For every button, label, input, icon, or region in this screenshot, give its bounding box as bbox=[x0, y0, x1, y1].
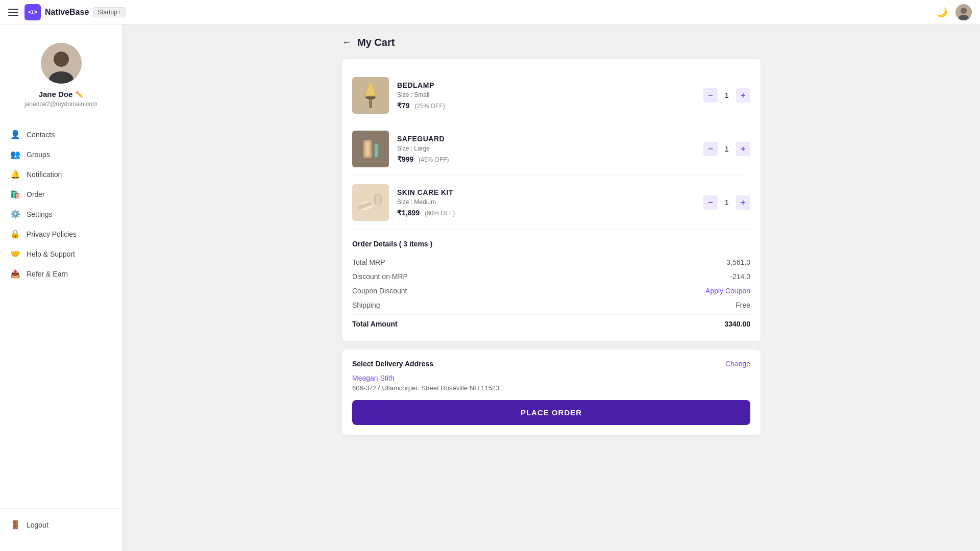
order-value-mrp: 3,561.0 bbox=[726, 258, 750, 266]
qty-increase-safeguard[interactable]: + bbox=[736, 142, 750, 156]
cart-item-bedlamp: BEDLAMP Size : Small ₹79 (25% OFF) − 1 + bbox=[352, 69, 750, 122]
logo-badge: Startup+ bbox=[93, 7, 126, 17]
order-label-shipping: Shipping bbox=[352, 301, 380, 309]
apply-coupon-button[interactable]: Apply Coupon bbox=[705, 287, 750, 295]
item-details-bedlamp: BEDLAMP Size : Small ₹79 (25% OFF) bbox=[389, 81, 703, 110]
sidebar-item-groups[interactable]: 👥 Groups bbox=[0, 144, 122, 164]
order-label-mrp: Total MRP bbox=[352, 258, 385, 266]
qty-control-bedlamp: − 1 + bbox=[703, 88, 750, 103]
change-address-button[interactable]: Change bbox=[725, 360, 750, 368]
edit-profile-icon[interactable]: ✏️ bbox=[76, 91, 83, 98]
sidebar-item-order[interactable]: 🛍️ Order bbox=[0, 184, 122, 204]
sidebar-item-settings[interactable]: ⚙️ Settings bbox=[0, 204, 122, 224]
item-discount-bedlamp: (25% OFF) bbox=[414, 103, 445, 110]
order-label-discount: Discount on MRP bbox=[352, 272, 408, 281]
item-size-skincare: Size : Medium bbox=[397, 198, 695, 206]
topbar-left: </> NativeBase Startup+ bbox=[8, 4, 126, 20]
topbar-right: 🌙 bbox=[936, 4, 972, 20]
profile-avatar bbox=[41, 43, 82, 84]
hamburger-menu[interactable] bbox=[8, 9, 18, 16]
content-area: ← My Cart BEDLAMP bbox=[322, 24, 781, 456]
item-name-skincare: SKIN CARE KIT bbox=[397, 188, 695, 196]
sidebar-nav: 👤 Contacts 👥 Groups 🔔 Notification 🛍️ Or… bbox=[0, 118, 122, 508]
sidebar-profile: Jane Doe ✏️ janedoe2@mydomain.com bbox=[0, 31, 122, 118]
sidebar-label-settings: Settings bbox=[27, 210, 53, 218]
qty-increase-skincare[interactable]: + bbox=[736, 195, 750, 210]
sidebar-item-notification[interactable]: 🔔 Notification bbox=[0, 164, 122, 184]
qty-decrease-bedlamp[interactable]: − bbox=[703, 88, 718, 103]
item-discount-safeguard: (45% OFF) bbox=[419, 156, 449, 163]
sidebar-item-privacy[interactable]: 🔒 Privacy Policies bbox=[0, 224, 122, 244]
profile-name: Jane Doe ✏️ bbox=[10, 90, 112, 98]
cart-item-safeguard: SAFEGUARD Size : Large ₹999 (45% OFF) − … bbox=[352, 122, 750, 176]
order-details-title: Order Details ( 3 items ) bbox=[352, 240, 750, 248]
order-row-discount: Discount on MRP -214.0 bbox=[352, 269, 750, 284]
sidebar-label-notification: Notification bbox=[27, 170, 62, 179]
sidebar-label-order: Order bbox=[27, 190, 45, 198]
item-details-skincare: SKIN CARE KIT Size : Medium ₹1,899 (60% … bbox=[389, 188, 703, 217]
refer-icon: 📤 bbox=[10, 269, 20, 279]
logout-icon: 🚪 bbox=[10, 520, 20, 530]
logo-text: NativeBase bbox=[45, 8, 89, 17]
sidebar-label-help: Help & Support bbox=[27, 250, 75, 258]
item-size-safeguard: Size : Large bbox=[397, 145, 695, 152]
sidebar-label-logout: Logout bbox=[27, 521, 48, 529]
sidebar-item-refer[interactable]: 📤 Refer & Earn bbox=[0, 264, 122, 284]
item-price-bedlamp: ₹79 (25% OFF) bbox=[397, 102, 695, 110]
qty-decrease-safeguard[interactable]: − bbox=[703, 142, 718, 156]
notification-icon: 🔔 bbox=[10, 169, 20, 179]
page-title: My Cart bbox=[357, 37, 395, 48]
qty-value-safeguard: 1 bbox=[722, 145, 732, 153]
qty-decrease-skincare[interactable]: − bbox=[703, 195, 718, 210]
order-value-shipping: Free bbox=[736, 301, 750, 309]
svg-rect-20 bbox=[376, 194, 380, 206]
svg-point-1 bbox=[961, 8, 967, 14]
order-row-shipping: Shipping Free bbox=[352, 298, 750, 312]
item-details-safeguard: SAFEGUARD Size : Large ₹999 (45% OFF) bbox=[389, 135, 703, 163]
sidebar-label-refer: Refer & Earn bbox=[27, 270, 68, 278]
back-button[interactable]: ← bbox=[342, 37, 351, 48]
dark-mode-icon[interactable]: 🌙 bbox=[936, 7, 947, 18]
logo: </> NativeBase Startup+ bbox=[24, 4, 126, 20]
item-image-bedlamp bbox=[352, 77, 389, 114]
order-icon: 🛍️ bbox=[10, 189, 20, 199]
topbar: </> NativeBase Startup+ 🌙 bbox=[0, 0, 980, 24]
profile-email: janedoe2@mydomain.com bbox=[10, 101, 112, 108]
order-row-mrp: Total MRP 3,561.0 bbox=[352, 255, 750, 269]
order-row-total: Total Amount 3340.00 bbox=[352, 314, 750, 331]
svg-rect-13 bbox=[365, 142, 370, 156]
sidebar-item-help[interactable]: 🤝 Help & Support bbox=[0, 244, 122, 264]
sidebar-item-contacts[interactable]: 👤 Contacts bbox=[0, 124, 122, 144]
logo-icon: </> bbox=[24, 4, 41, 20]
user-avatar[interactable] bbox=[955, 4, 972, 20]
main-content: ← My Cart BEDLAMP bbox=[122, 0, 980, 551]
sidebar: Jane Doe ✏️ janedoe2@mydomain.com 👤 Cont… bbox=[0, 0, 122, 551]
delivery-address: 606-3727 Ullamcorper. Street Roseville N… bbox=[352, 384, 750, 392]
qty-value-skincare: 1 bbox=[722, 198, 732, 207]
settings-icon: ⚙️ bbox=[10, 209, 20, 219]
item-price-safeguard: ₹999 (45% OFF) bbox=[397, 155, 695, 163]
cart-items-card: BEDLAMP Size : Small ₹79 (25% OFF) − 1 + bbox=[342, 59, 761, 341]
item-price-skincare: ₹1,899 (60% OFF) bbox=[397, 209, 695, 217]
item-discount-skincare: (60% OFF) bbox=[425, 210, 455, 217]
order-value-discount: -214.0 bbox=[730, 272, 750, 281]
delivery-header: Select Delivery Address Change bbox=[352, 360, 750, 368]
contacts-icon: 👤 bbox=[10, 130, 20, 139]
privacy-icon: 🔒 bbox=[10, 229, 20, 239]
sidebar-label-groups: Groups bbox=[27, 151, 50, 159]
qty-increase-bedlamp[interactable]: + bbox=[736, 88, 750, 103]
place-order-button[interactable]: PLACE ORDER bbox=[352, 400, 750, 425]
sidebar-item-logout[interactable]: 🚪 Logout bbox=[0, 515, 122, 535]
qty-value-bedlamp: 1 bbox=[722, 91, 732, 99]
delivery-title: Select Delivery Address bbox=[352, 360, 433, 368]
order-label-total: Total Amount bbox=[352, 320, 398, 328]
delivery-name: Meagan Stith bbox=[352, 374, 750, 382]
page-header: ← My Cart bbox=[342, 37, 761, 48]
qty-control-safeguard: − 1 + bbox=[703, 142, 750, 156]
cart-item-skincare: SKIN CARE KIT Size : Medium ₹1,899 (60% … bbox=[352, 176, 750, 230]
help-icon: 🤝 bbox=[10, 249, 20, 259]
item-size-bedlamp: Size : Small bbox=[397, 91, 695, 98]
item-image-safeguard bbox=[352, 131, 389, 167]
order-details-section: Order Details ( 3 items ) Total MRP 3,56… bbox=[352, 240, 750, 331]
item-name-bedlamp: BEDLAMP bbox=[397, 81, 695, 89]
